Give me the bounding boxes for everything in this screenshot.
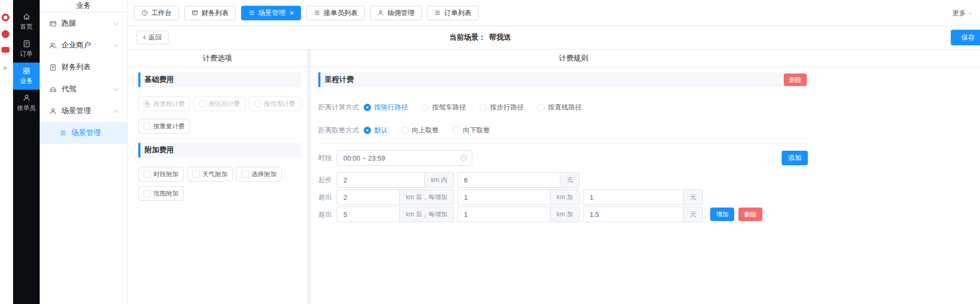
radio-label: 按驾车路径 [432,103,466,112]
checkbox-select-extra[interactable]: 选择附加 [236,167,282,181]
menu-item-finance[interactable]: 财务列表 [40,56,127,78]
radio-by-mileage[interactable]: 按里程计费 [138,96,190,111]
radio-driving-route[interactable]: 按驾车路径 [422,103,466,112]
radio-label: 按里程计费 [153,100,185,108]
grid-icon [22,67,31,75]
exceed-step-input[interactable] [457,189,550,205]
radio-dot-icon [364,104,371,111]
checkbox-range-extra[interactable]: 范围附加 [138,186,184,201]
checkbox-weather-extra[interactable]: 天气附加 [187,167,233,181]
exceed-label: 超出 [318,192,332,202]
billing-rules-title: 计费规则 [311,54,836,63]
list-icon [248,9,255,16]
add-tier-button[interactable]: 增加 [710,208,734,221]
menu-item-scene-management[interactable]: 场景管理 [40,100,127,122]
chevron-up-icon [114,110,119,115]
base-price-input[interactable] [457,172,560,188]
edge-shortcut-3-icon[interactable] [2,47,9,55]
sidebar-item-orders[interactable]: 订单 [13,35,40,63]
tab-close-icon[interactable]: × [290,9,294,17]
exceed-fee-input[interactable] [583,206,683,222]
more-tabs-dropdown[interactable]: 更多 [952,8,972,18]
tab-label: 抽佣管理 [387,8,414,18]
menu-item-merchants[interactable]: 企业商户 [40,34,127,56]
radio-round-down[interactable]: 向下取整 [452,126,490,135]
radio-round-up[interactable]: 向上取整 [401,126,439,135]
checkbox-time-extra[interactable]: 时段附加 [138,167,184,181]
home-icon [22,13,31,21]
radio-dot-icon [199,100,206,107]
tab-courier-list[interactable]: 接单员列表 [306,6,365,20]
tab-scene-management[interactable]: 场景管理 × [241,6,301,20]
more-label: 更多 [952,8,966,18]
radio-dot-icon [537,104,545,111]
time-range-row: 时段 添加 [318,150,808,166]
edge-shortcut-1-icon[interactable] [2,14,9,21]
add-time-range-button[interactable]: 添加 [782,151,808,165]
chevron-down-icon [114,20,119,25]
tab-label: 场景管理 [258,8,285,18]
radio-by-interval[interactable]: 按区间计费 [194,96,245,111]
extra-fee-section-header: 附加费用 [138,143,301,157]
menu-item-driving[interactable]: 代驾 [40,78,127,100]
tab-workbench[interactable]: 工作台 [134,6,179,20]
chevron-down-icon [114,42,119,47]
current-scene-prefix: 当前场景： [449,33,486,41]
person-icon [22,94,31,102]
base-price-row: 起价 km 内 元 [318,172,808,188]
checkbox-icon [242,171,249,178]
exceed-distance-input[interactable] [337,189,399,205]
edge-add-icon[interactable]: + [3,64,7,73]
chevron-down-icon [114,86,119,91]
base-distance-field: km 内 [337,172,454,188]
unit-label: km 加 [550,189,580,205]
exceed-distance-input[interactable] [337,206,399,222]
base-distance-input[interactable] [337,172,424,188]
tab-commission[interactable]: 抽佣管理 [370,6,422,20]
list-icon [314,9,320,16]
back-button[interactable]: ‹ 返回 [136,31,169,44]
checkbox-icon [144,171,151,178]
sidebar-item-couriers[interactable]: 接单员 [13,90,40,117]
sidebar-item-home[interactable]: 首页 [13,8,40,35]
menu-item-label: 代驾 [62,84,76,94]
sidebar-item-business[interactable]: 业务 [13,63,40,90]
exceed-price-row-1: 超出 km 后，每增加 km 加 元 [318,189,808,205]
scene-toolbar: ‹ 返回 当前场景：帮我送 保存 [128,26,980,50]
delete-rule-button[interactable]: 删除 [784,74,807,86]
current-scene-name: 帮我送 [489,33,511,41]
radio-dot-icon [452,127,460,134]
checkbox-label: 选择附加 [252,170,277,179]
tab-finance-list[interactable]: 财务列表 [184,6,236,20]
exceed-fee-input[interactable] [583,189,683,205]
billing-options-title: 计费选项 [128,50,307,67]
save-button[interactable]: 保存 [951,30,980,45]
radio-straight-route[interactable]: 按直线路径 [537,103,582,112]
secondary-sidebar-title: 业务 [40,0,127,13]
people-icon [49,42,57,50]
time-range-input[interactable] [337,150,472,166]
checkbox-icon [144,190,151,197]
delete-tier-button[interactable]: 删除 [738,208,762,221]
edge-shortcut-2-icon[interactable] [2,30,9,38]
radio-label: 按区间计费 [209,100,240,108]
unit-label: 元 [683,206,703,222]
tab-order-list[interactable]: 订单列表 [427,6,479,20]
exceed-step-input[interactable] [457,206,550,222]
page-tabbar: 工作台 财务列表 场景管理 × 接单员列表 抽佣管理 订单列表 [128,0,980,26]
submenu-item-label: 场景管理 [71,128,101,138]
menu-item-errand[interactable]: 跑腿 [40,13,127,34]
radio-label: 默认 [374,126,388,135]
base-price-label: 起价 [318,175,332,185]
primary-sidebar: 首页 订单 业务 接单员 [13,0,40,304]
submenu-item-scene-management[interactable]: 场景管理 [40,122,127,144]
unit-label: km 内 [424,172,454,188]
app-root: + 首页 订单 业务 接单员 业务 跑腿 企业商户 [0,0,980,304]
radio-round-default[interactable]: 默认 [364,126,388,135]
radio-label: 向下取整 [463,126,490,135]
radio-by-range[interactable]: 按范围计费 [249,96,301,111]
radio-riding-route[interactable]: 按骑行路径 [364,103,408,112]
content-area: 计费选项 基础费用 按里程计费 按区间计费 [128,50,980,304]
radio-walking-route[interactable]: 按步行路径 [480,103,524,112]
checkbox-by-weight[interactable]: 按重量计费 [138,119,190,133]
